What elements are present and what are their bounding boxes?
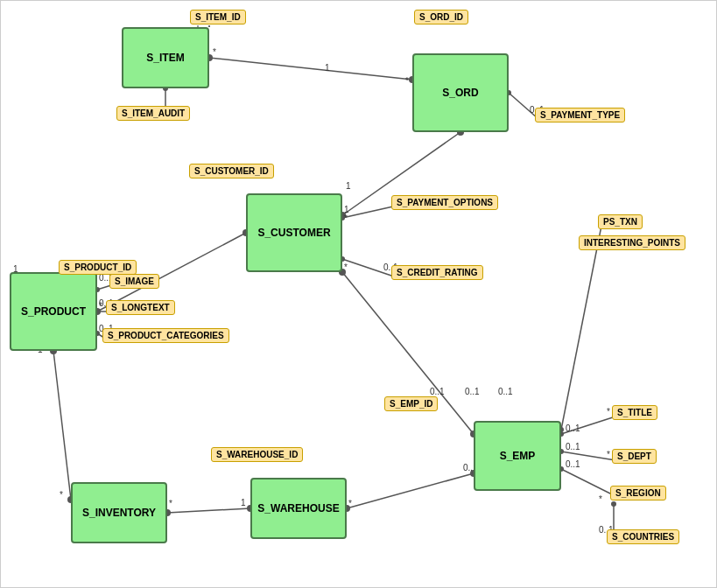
entity-label: S_WAREHOUSE	[257, 502, 339, 514]
entity-label: S_INVENTORY	[82, 507, 156, 519]
fk-s-title: S_TITLE	[612, 405, 657, 420]
fk-s-credit-rating: S_CREDIT_RATING	[391, 265, 483, 280]
entity-s-item[interactable]: S_ITEM	[122, 27, 209, 88]
pk-s-warehouse-id: S_WAREHOUSE_ID	[211, 447, 303, 462]
entity-s-emp[interactable]: S_EMP	[474, 421, 561, 491]
svg-text:0..1: 0..1	[498, 387, 513, 396]
svg-text:0..1: 0..1	[566, 459, 580, 469]
svg-line-33	[561, 469, 614, 495]
svg-text:*: *	[599, 494, 602, 504]
svg-text:0..1: 0..1	[430, 387, 445, 396]
pk-s-item-id: S_ITEM_ID	[190, 10, 246, 24]
svg-line-13	[342, 206, 393, 218]
svg-text:1: 1	[325, 63, 330, 73]
svg-text:*: *	[169, 499, 172, 508]
fk-s-image: S_IMAGE	[109, 274, 159, 289]
svg-text:*: *	[99, 301, 102, 311]
svg-text:1: 1	[346, 181, 351, 191]
fk-s-product-categories: S_PRODUCT_CATEGORIES	[102, 328, 229, 343]
fk-s-item-audit: S_ITEM_AUDIT	[116, 106, 190, 121]
svg-text:0..1: 0..1	[566, 442, 580, 452]
svg-text:*: *	[344, 214, 348, 223]
svg-text:*: *	[60, 490, 63, 500]
svg-text:*: *	[607, 407, 610, 416]
svg-text:1: 1	[344, 205, 349, 214]
fk-s-longtext: S_LONGTEXT	[106, 300, 175, 315]
pk-s-ord-id: S_ORD_ID	[414, 10, 468, 24]
fk-interesting-points: INTERESTING_POINTS	[579, 235, 685, 250]
svg-line-31	[561, 452, 615, 460]
entity-s-ord[interactable]: S_ORD	[412, 53, 509, 132]
svg-text:0..1: 0..1	[566, 424, 580, 433]
fk-s-dept: S_DEPT	[612, 449, 657, 464]
svg-line-29	[561, 416, 615, 434]
svg-line-37	[561, 226, 601, 430]
entity-s-customer[interactable]: S_CUSTOMER	[246, 193, 342, 272]
svg-line-8	[509, 93, 538, 119]
fk-s-payment-type: S_PAYMENT_TYPE	[535, 108, 625, 122]
entity-s-warehouse[interactable]: S_WAREHOUSE	[250, 478, 347, 539]
svg-point-36	[611, 501, 616, 507]
svg-line-39	[53, 351, 71, 500]
pk-s-customer-id: S_CUSTOMER_ID	[189, 164, 274, 178]
entity-label: S_PRODUCT	[21, 305, 86, 318]
svg-text:*: *	[405, 76, 409, 86]
svg-text:0..1: 0..1	[465, 387, 480, 396]
entity-label: S_EMP	[500, 450, 536, 462]
svg-line-45	[347, 473, 474, 508]
svg-text:*: *	[348, 499, 352, 508]
svg-text:*: *	[344, 262, 348, 272]
pk-s-product-id: S_PRODUCT_ID	[59, 260, 137, 275]
svg-line-3	[209, 58, 412, 80]
fk-ps-txn: PS_TXN	[598, 214, 643, 229]
entity-s-inventory[interactable]: S_INVENTORY	[71, 482, 167, 543]
fk-s-region: S_REGION	[610, 486, 666, 500]
fk-s-payment-options: S_PAYMENT_OPTIONS	[391, 195, 498, 210]
svg-text:*: *	[213, 47, 216, 57]
fk-s-countries: S_COUNTRIES	[607, 529, 679, 544]
svg-text:1: 1	[241, 498, 246, 508]
svg-text:*: *	[607, 450, 610, 459]
pk-s-emp-id: S_EMP_ID	[384, 396, 438, 411]
entity-label: S_ITEM	[146, 52, 184, 64]
svg-line-15	[342, 259, 394, 276]
svg-line-42	[167, 508, 250, 513]
entity-label: S_CUSTOMER	[257, 227, 330, 239]
entity-label: S_ORD	[442, 87, 478, 99]
entity-s-product[interactable]: S_PRODUCT	[10, 272, 97, 351]
er-diagram: * 1 * * 1 1 0..1 1 * * 0..1 0..1 0..1 * …	[0, 0, 717, 588]
